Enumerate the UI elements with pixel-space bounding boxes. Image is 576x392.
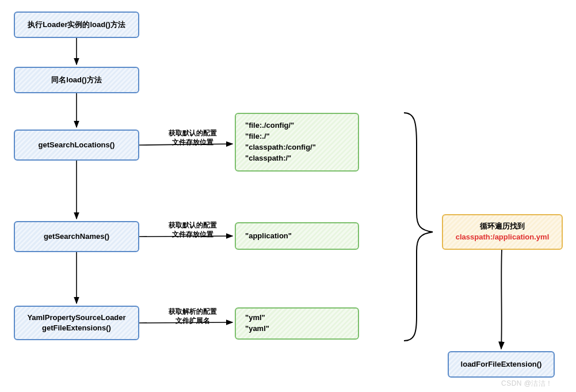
- label-line: 获取默认的配置: [169, 221, 217, 229]
- box-loop-result: 循环遍历找到 classpath:/application.yml: [442, 214, 563, 250]
- list-item: "classpath:/": [245, 153, 291, 164]
- yellow-line2: classpath:/application.yml: [456, 232, 550, 243]
- box-yaml-loader-ext: YamlPropertySourceLoader getFileExtensio…: [14, 306, 139, 340]
- box-text: 执行Loader实例的load()方法: [28, 20, 125, 30]
- box-text-line: getFileExtensions(): [42, 323, 111, 333]
- yellow-line1: 循环遍历找到: [480, 221, 525, 232]
- list-item: "file:./config/": [245, 120, 294, 131]
- box-text-line: YamlPropertySourceLoader: [27, 313, 125, 323]
- label-line: 获取默认的配置: [169, 129, 217, 137]
- label-line: 文件存放位置: [172, 138, 213, 146]
- edge-label-3: 获取解析的配置 文件扩展名: [158, 307, 227, 325]
- box-application-name: "application": [235, 222, 359, 250]
- box-get-search-locations: getSearchLocations(): [14, 130, 139, 161]
- box-yaml-extensions: "yml" "yaml": [235, 307, 359, 340]
- list-item: "application": [245, 231, 292, 242]
- edge-label-1: 获取默认的配置 文件存放位置: [158, 129, 227, 147]
- watermark: CSDN @洁洁！: [501, 379, 553, 389]
- box-config-locations: "file:./config/" "file:./" "classpath:/c…: [235, 113, 359, 172]
- label-line: 获取解析的配置: [169, 307, 217, 315]
- box-text: getSearchNames(): [44, 231, 109, 242]
- box-get-search-names: getSearchNames(): [14, 221, 139, 252]
- box-text: loadForFileExtension(): [461, 359, 542, 370]
- list-item: "yml": [245, 313, 265, 324]
- box-loader-load: 执行Loader实例的load()方法: [14, 12, 139, 38]
- box-text: getSearchLocations(): [39, 140, 115, 150]
- list-item: "file:./": [245, 131, 270, 142]
- label-line: 文件扩展名: [176, 317, 210, 325]
- box-text: 同名load()方法: [51, 75, 101, 85]
- list-item: "yaml": [245, 324, 269, 334]
- label-line: 文件存放位置: [172, 230, 213, 238]
- box-same-name-load: 同名load()方法: [14, 67, 139, 93]
- edge-label-2: 获取默认的配置 文件存放位置: [158, 221, 227, 239]
- list-item: "classpath:/config/": [245, 142, 316, 153]
- box-load-for-file-extension: loadForFileExtension(): [448, 351, 555, 378]
